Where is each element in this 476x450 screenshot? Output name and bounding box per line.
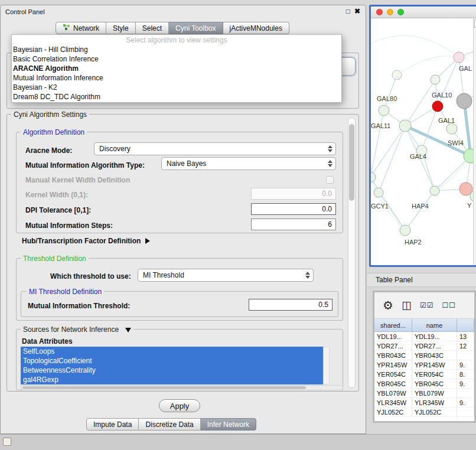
tab-impute-data[interactable]: Impute Data xyxy=(86,418,139,431)
settings-scrollbar[interactable] xyxy=(348,118,356,388)
table-row[interactable]: YDR27...YDR27...12 xyxy=(374,341,474,351)
table-cell[interactable]: YLR345W xyxy=(412,398,457,407)
table-cell[interactable]: 13 xyxy=(457,332,474,341)
tab-network[interactable]: Network xyxy=(56,22,106,34)
table-cell[interactable]: YBL079W xyxy=(412,389,457,398)
table-cell[interactable]: YLR345W xyxy=(374,398,412,407)
network-edge[interactable] xyxy=(397,56,459,75)
table-cell[interactable]: YDL19... xyxy=(374,332,412,341)
table-cell[interactable]: YBR045C xyxy=(412,379,457,389)
table-cell[interactable]: YBR045C xyxy=(374,379,412,389)
table-cell[interactable]: YBL079W xyxy=(374,389,412,398)
attribute-list-hscrollbar[interactable] xyxy=(21,385,343,390)
network-node[interactable] xyxy=(379,105,389,116)
mi-steps-input[interactable]: 6 xyxy=(251,219,336,230)
network-node[interactable] xyxy=(431,75,440,84)
popup-item[interactable]: Bayesian - K2 xyxy=(12,83,341,92)
tab-cyni-toolbox[interactable]: Cyni Toolbox xyxy=(169,22,223,34)
table-cell[interactable]: 9. xyxy=(457,379,474,389)
network-edge[interactable] xyxy=(438,57,459,106)
network-edge[interactable] xyxy=(384,75,397,110)
tab-style[interactable]: Style xyxy=(106,22,136,34)
network-node[interactable] xyxy=(430,186,439,195)
hub-tf-section-toggle[interactable]: Hub/Transcription Factor Definition xyxy=(22,237,150,245)
table-cell[interactable]: YER054C xyxy=(374,370,412,379)
table-cell[interactable]: YPR145W xyxy=(412,360,457,370)
table-cell[interactable]: 8. xyxy=(457,370,474,379)
network-node[interactable] xyxy=(432,101,443,112)
table-row[interactable]: YBL079WYBL079W xyxy=(374,389,474,398)
table-cell[interactable]: YJL052C xyxy=(374,407,412,417)
network-edge[interactable] xyxy=(379,193,405,230)
scrollbar-thumb[interactable] xyxy=(22,386,306,389)
tab-jactivemodules[interactable]: jActiveMNodules xyxy=(223,22,289,34)
network-node[interactable] xyxy=(400,225,410,236)
close-icon[interactable]: ✖ xyxy=(354,7,360,15)
apply-button[interactable]: Apply xyxy=(159,399,200,412)
table-row[interactable]: YBR045CYBR045C9. xyxy=(374,379,474,389)
kernel-width-input[interactable]: 0.0 xyxy=(251,188,336,200)
tab-discretize-data[interactable]: Discretize Data xyxy=(139,418,200,431)
network-edge[interactable] xyxy=(405,80,435,126)
network-node[interactable] xyxy=(371,172,376,182)
table-cell[interactable]: YDR27... xyxy=(374,341,412,351)
table-row[interactable]: YLR345WYLR345W9. xyxy=(374,398,474,407)
table-row[interactable]: YPR145WYPR145W9. xyxy=(374,360,474,370)
network-node[interactable] xyxy=(457,93,472,109)
table-cell[interactable]: YER054C xyxy=(412,370,457,379)
float-window-icon[interactable]: □ xyxy=(346,7,350,15)
close-traffic-light-icon[interactable] xyxy=(376,9,383,15)
table-cell[interactable] xyxy=(457,351,474,360)
column-layout-icon[interactable]: ◫ xyxy=(402,299,412,312)
network-edge[interactable] xyxy=(405,191,435,230)
popup-item[interactable]: Mutual Information Inference xyxy=(12,73,341,83)
table-cell[interactable]: 9. xyxy=(457,360,474,370)
network-edge[interactable] xyxy=(422,106,438,151)
aracne-mode-select[interactable]: Discovery xyxy=(94,142,336,155)
attribute-item-selected[interactable]: BetweennessCentrality xyxy=(21,366,323,375)
network-scrollbar[interactable] xyxy=(473,18,476,265)
network-node[interactable] xyxy=(374,188,383,197)
mi-threshold-input[interactable]: 0.5 xyxy=(249,299,332,311)
network-window-titlebar[interactable] xyxy=(371,6,476,18)
network-node[interactable] xyxy=(446,123,457,134)
table-cell[interactable]: 9. xyxy=(457,398,474,407)
column-header-shared-name[interactable]: shared... xyxy=(374,319,412,332)
table-cell[interactable]: YDL19... xyxy=(412,332,457,341)
attribute-item-selected[interactable]: TopologicalCoefficient xyxy=(21,356,323,366)
dpi-tolerance-input[interactable]: 0.0 xyxy=(251,203,336,215)
tab-select[interactable]: Select xyxy=(136,22,169,34)
network-node[interactable] xyxy=(454,52,464,63)
network-graph-canvas[interactable]: GAL80GAL10GAL1GAL11SWI4GAL4GCY1HAP4HAP2G… xyxy=(371,18,476,265)
attribute-item-selected[interactable]: SelfLoops xyxy=(21,347,323,356)
column-header-partial[interactable] xyxy=(457,319,474,332)
attribute-list-scrollbar[interactable] xyxy=(323,347,330,384)
table-row[interactable]: YJL052CYJL052C xyxy=(374,407,474,417)
collapsed-panel-icon[interactable] xyxy=(3,438,11,446)
network-node[interactable] xyxy=(399,120,411,132)
network-edge[interactable] xyxy=(371,35,459,57)
attribute-item-selected[interactable]: gal4RGexp xyxy=(21,375,323,384)
select-columns-unchecked-icon[interactable]: ☐☐ xyxy=(442,301,456,309)
table-cell[interactable] xyxy=(457,389,474,398)
popup-item[interactable]: Dream8 DC_TDC Algorithm xyxy=(12,92,341,102)
popup-item[interactable]: Basic Correlation Inference xyxy=(12,54,341,64)
table-cell[interactable]: YBR043C xyxy=(374,351,412,360)
table-cell[interactable]: YDR27... xyxy=(412,341,457,351)
zoom-traffic-light-icon[interactable] xyxy=(397,9,404,15)
scrollbar-thumb[interactable] xyxy=(349,124,354,201)
table-cell[interactable]: YBR043C xyxy=(412,351,457,360)
sources-group-title[interactable]: Sources for Network Inference xyxy=(21,325,133,334)
which-threshold-select[interactable]: MI Threshold xyxy=(138,269,314,282)
minimize-traffic-light-icon[interactable] xyxy=(387,9,393,15)
mi-algorithm-type-select[interactable]: Naive Bayes xyxy=(161,157,336,170)
popup-item-selected[interactable]: ARACNE Algorithm xyxy=(12,64,341,73)
table-row[interactable]: YDL19...YDL19...13 xyxy=(374,332,474,341)
table-cell[interactable]: YJL052C xyxy=(412,407,457,417)
column-header-name[interactable]: name xyxy=(412,319,457,332)
popup-item[interactable]: Bayesian - Hill Climbing xyxy=(12,45,341,54)
table-cell[interactable]: YPR145W xyxy=(374,360,412,370)
table-settings-gear-icon[interactable]: ⚙ xyxy=(383,298,393,312)
table-row[interactable]: YBR043CYBR043C xyxy=(374,351,474,360)
table-cell[interactable] xyxy=(457,407,474,417)
